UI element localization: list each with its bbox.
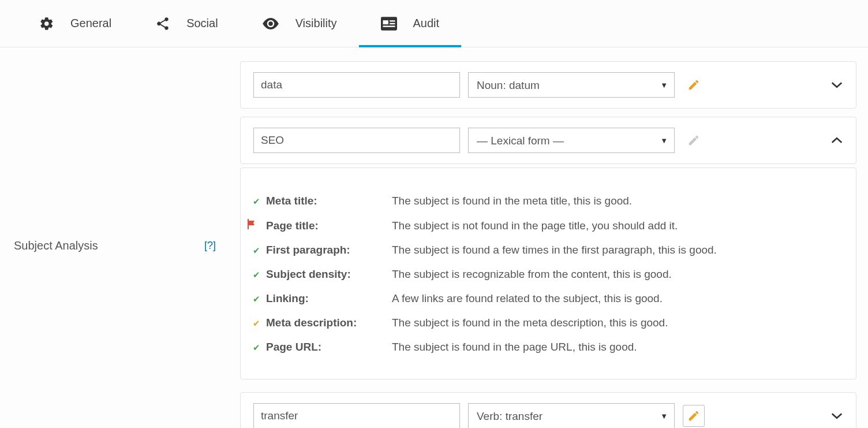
content-area: Subject Analysis [?] Noun: datum ▼: [0, 47, 868, 428]
pencil-icon[interactable]: [683, 74, 705, 96]
subject-row: Noun: datum ▼: [240, 61, 856, 109]
subject-row: — Lexical form — ▼: [240, 117, 856, 164]
eye-icon: [262, 17, 279, 30]
tabs-bar: General Social Visibility Audit: [0, 0, 868, 47]
subject-row: Verb: transfer ▼: [240, 392, 856, 428]
detail-row: ✔ First paragraph: The subject is found …: [246, 238, 850, 262]
check-icon: ✔: [246, 245, 266, 256]
tab-audit[interactable]: Audit: [359, 0, 462, 47]
detail-label: Linking:: [266, 292, 392, 305]
check-icon: ✔: [246, 270, 266, 280]
check-icon: ✔: [246, 294, 266, 304]
detail-row: ✔ Meta description: The subject is found…: [246, 311, 850, 335]
detail-text: The subject is found in the page URL, th…: [392, 341, 637, 353]
detail-text: The subject is found a few times in the …: [392, 244, 717, 256]
tab-label-social: Social: [186, 17, 218, 30]
detail-text: The subject is recognizable from the con…: [392, 268, 672, 281]
subject-details-panel: ✔ Meta title: The subject is found in th…: [240, 168, 856, 379]
detail-label: Meta description:: [266, 317, 392, 329]
pencil-icon[interactable]: [683, 405, 705, 427]
detail-label: Page title:: [266, 219, 392, 232]
svg-rect-2: [390, 20, 395, 21]
detail-row: ✔ Linking: A few links are found related…: [246, 286, 850, 311]
subject-keyword-input[interactable]: [253, 128, 460, 153]
detail-text: The subject is not found in the page tit…: [392, 219, 678, 232]
chevron-up-icon[interactable]: [830, 136, 843, 144]
left-column: Subject Analysis [?]: [0, 47, 230, 428]
tab-label-visibility: Visibility: [295, 17, 337, 30]
tab-general[interactable]: General: [17, 0, 133, 47]
tab-social[interactable]: Social: [133, 0, 240, 47]
chevron-down-icon[interactable]: [830, 81, 843, 89]
svg-rect-3: [390, 23, 395, 24]
tab-label-audit: Audit: [413, 17, 440, 30]
subject-lexical-select[interactable]: Noun: datum: [468, 72, 675, 98]
detail-row: ✔ Subject density: The subject is recogn…: [246, 262, 850, 286]
section-title: Subject Analysis: [14, 239, 98, 252]
help-link[interactable]: [?]: [204, 240, 216, 252]
svg-rect-1: [383, 20, 388, 24]
detail-row: Page title: The subject is not found in …: [246, 213, 850, 238]
check-icon: ✔: [246, 343, 266, 353]
check-icon: ✔: [246, 318, 266, 329]
detail-text: The subject is found in the meta descrip…: [392, 317, 668, 329]
detail-label: Page URL:: [266, 341, 392, 353]
detail-label: First paragraph:: [266, 244, 392, 256]
detail-label: Meta title:: [266, 195, 392, 207]
detail-row: ✔ Page URL: The subject is found in the …: [246, 335, 850, 359]
subject-keyword-input[interactable]: [253, 403, 460, 428]
detail-text: A few links are found related to the sub…: [392, 292, 663, 305]
chevron-down-icon[interactable]: [830, 412, 843, 420]
subject-lexical-select[interactable]: — Lexical form —: [468, 128, 675, 153]
flag-icon: [246, 219, 266, 229]
share-icon: [155, 16, 170, 31]
right-column: Noun: datum ▼ — Lexical form — ▼: [230, 47, 868, 428]
tab-label-general: General: [70, 17, 111, 30]
svg-rect-4: [383, 25, 395, 27]
check-icon: ✔: [246, 196, 266, 207]
subject-lexical-select[interactable]: Verb: transfer: [468, 403, 675, 428]
detail-label: Subject density:: [266, 268, 392, 281]
subject-keyword-input[interactable]: [253, 72, 460, 98]
gear-icon: [39, 16, 54, 31]
detail-text: The subject is found in the meta title, …: [392, 195, 632, 207]
detail-row: ✔ Meta title: The subject is found in th…: [246, 189, 850, 213]
tab-visibility[interactable]: Visibility: [240, 0, 359, 47]
id-card-icon: [381, 17, 397, 31]
pencil-icon: [683, 129, 705, 151]
